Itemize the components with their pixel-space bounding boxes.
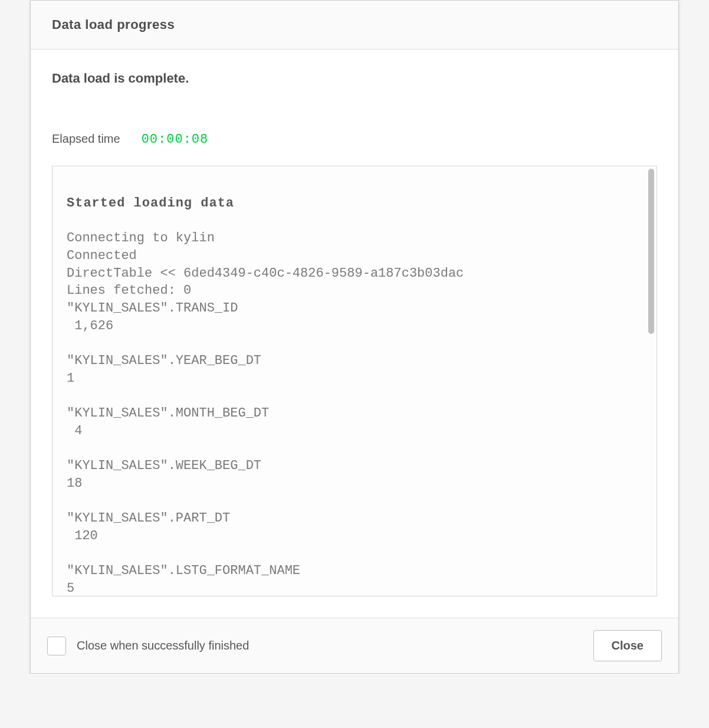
log-lines: Connecting to kylin Connected DirectTabl… <box>67 231 464 596</box>
close-on-finish-label: Close when successfully finished <box>77 639 249 652</box>
elapsed-label: Elapsed time <box>52 132 120 146</box>
footer-left: Close when successfully finished <box>47 637 249 655</box>
close-on-finish-checkbox[interactable] <box>47 637 66 655</box>
close-button[interactable]: Close <box>593 630 662 661</box>
elapsed-time: 00:00:08 <box>142 132 209 147</box>
dialog-footer: Close when successfully finished Close <box>31 618 678 673</box>
dialog-body: Data load is complete. Elapsed time 00:0… <box>31 50 678 618</box>
elapsed-row: Elapsed time 00:00:08 <box>52 132 657 147</box>
status-text: Data load is complete. <box>52 71 657 86</box>
dialog-title: Data load progress <box>52 17 657 32</box>
dialog-header: Data load progress <box>31 1 678 50</box>
log-container: Started loading data Connecting to kylin… <box>52 166 657 596</box>
scrollbar[interactable] <box>648 169 654 334</box>
log-content[interactable]: Started loading data Connecting to kylin… <box>52 166 657 596</box>
log-heading: Started loading data <box>67 196 234 211</box>
data-load-progress-dialog: Data load progress Data load is complete… <box>30 0 679 674</box>
